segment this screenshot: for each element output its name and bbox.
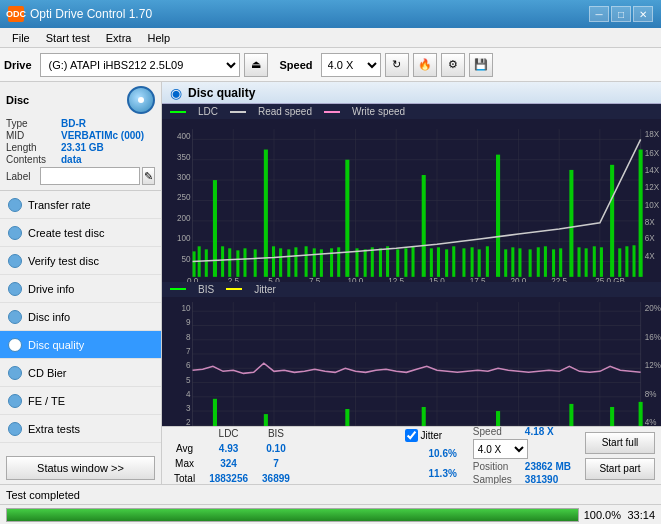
toolbar: Drive (G:) ATAPI iHBS212 2.5L09 ⏏ Speed … [0,48,661,82]
label-btn[interactable]: ✎ [142,167,155,185]
disc-quality-label: Disc quality [28,339,84,351]
speed-select[interactable]: 4.0 X [321,53,381,77]
svg-text:100: 100 [177,234,191,243]
label-label: Label [6,171,40,182]
refresh-button[interactable]: ↻ [385,53,409,77]
svg-rect-51 [445,249,448,276]
contents-label: Contents [6,154,61,165]
bis-max-val: 7 [256,457,296,470]
svg-rect-53 [462,248,465,277]
svg-text:14X: 14X [645,166,660,175]
svg-rect-23 [213,180,217,277]
menu-extra[interactable]: Extra [98,31,140,45]
sidebar: Disc Type BD-R MID VERBATIMc (000) Lengt… [0,82,162,484]
menu-starttest[interactable]: Start test [38,31,98,45]
svg-rect-47 [412,246,415,277]
position-val: 23862 MB [525,461,571,472]
contents-value: data [61,154,155,165]
top-chart-legend: LDC Read speed Write speed [162,104,661,119]
svg-rect-40 [355,248,358,277]
menu-help[interactable]: Help [139,31,178,45]
menu-file[interactable]: File [4,31,38,45]
svg-rect-39 [345,160,349,277]
speed-stat-val: 4.18 X [525,426,554,437]
label-input[interactable] [40,167,140,185]
svg-rect-129 [264,414,268,426]
ldc-total-val: 1883256 [203,472,254,485]
status-row: Test completed [0,484,661,504]
progress-bar-inner [7,509,578,521]
disc-icon [127,86,155,114]
burn-button[interactable]: 🔥 [413,53,437,77]
nav-extra-tests[interactable]: Extra tests [0,415,161,443]
svg-text:8X: 8X [645,218,656,227]
svg-rect-60 [518,248,521,277]
type-value: BD-R [61,118,155,129]
nav-disc-quality[interactable]: Disc quality [0,331,161,359]
svg-rect-22 [205,249,208,276]
cd-bier-label: CD Bier [28,367,67,379]
transfer-rate-label: Transfer rate [28,199,91,211]
svg-rect-25 [228,248,231,277]
eject-button[interactable]: ⏏ [244,53,268,77]
progress-time: 33:14 [625,509,655,521]
minimize-button[interactable]: ─ [589,6,609,22]
nav-transfer-rate[interactable]: Transfer rate [0,191,161,219]
nav-cd-bier[interactable]: CD Bier [0,359,161,387]
svg-rect-126 [213,399,217,426]
svg-rect-61 [529,249,532,276]
svg-text:5: 5 [186,375,191,384]
svg-text:8: 8 [186,333,191,342]
nav-fe-te[interactable]: FE / TE [0,387,161,415]
svg-text:50: 50 [181,255,191,264]
bottom-chart-svg: 10 9 8 7 6 5 4 3 2 1 20% 16% 12% [162,297,661,426]
drive-label: Drive [4,59,32,71]
svg-text:7: 7 [186,347,191,356]
svg-rect-63 [544,246,547,277]
svg-text:300: 300 [177,173,191,182]
save-button[interactable]: 💾 [469,53,493,77]
nav-drive-info[interactable]: Drive info [0,275,161,303]
speed-stat-label: Speed [473,426,521,437]
svg-rect-68 [585,248,588,277]
write-speed-legend-color [324,111,340,113]
svg-rect-66 [569,170,573,277]
start-part-button[interactable]: Start part [585,458,655,480]
svg-rect-24 [221,246,224,277]
disc-panel: Disc Type BD-R MID VERBATIMc (000) Lengt… [0,82,161,191]
bis-legend-color [170,288,186,290]
disc-type-row: Type BD-R [6,118,155,129]
settings-button[interactable]: ⚙ [441,53,465,77]
disc-contents-row: Contents data [6,154,155,165]
extra-tests-label: Extra tests [28,423,80,435]
mid-value: VERBATIMc (000) [61,130,155,141]
status-message: Test completed [6,489,80,501]
nav-verify-test-disc[interactable]: Verify test disc [0,247,161,275]
speed-stat-select[interactable]: 4.0 X [473,439,528,459]
jitter-avg-val: 10.6% [429,448,457,459]
svg-rect-70 [600,247,603,277]
close-button[interactable]: ✕ [633,6,653,22]
position-row: Position 23862 MB [473,461,571,472]
app-title: Opti Drive Control 1.70 [30,7,152,21]
avg-row-label: Avg [168,442,201,455]
type-label: Type [6,118,61,129]
nav-disc-info[interactable]: Disc info [0,303,161,331]
svg-rect-52 [452,246,455,277]
nav-items: Transfer rate Create test disc Verify te… [0,191,161,452]
jitter-avg-row: 10.6% [397,444,457,462]
disc-section-title: Disc [6,94,29,106]
svg-rect-46 [404,248,407,277]
svg-text:8%: 8% [645,390,657,399]
start-full-button[interactable]: Start full [585,432,655,454]
svg-text:18X: 18X [645,130,660,139]
nav-create-test-disc[interactable]: Create test disc [0,219,161,247]
status-window-button[interactable]: Status window >> [6,456,155,480]
svg-text:12X: 12X [645,183,660,192]
svg-rect-56 [486,246,489,277]
drive-select[interactable]: (G:) ATAPI iHBS212 2.5L09 [40,53,240,77]
jitter-checkbox[interactable] [405,429,418,442]
maximize-button[interactable]: □ [611,6,631,22]
disc-label-row: Label ✎ [6,167,155,185]
disc-quality-icon [8,338,22,352]
